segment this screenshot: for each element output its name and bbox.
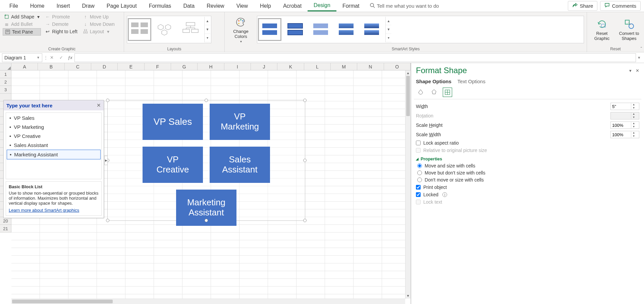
tell-me-search[interactable]: Tell me what you want to do — [370, 3, 439, 9]
change-colors-button[interactable]: Change Colors ▾ — [227, 15, 254, 45]
scroll-up-icon[interactable]: ▲ — [386, 17, 391, 25]
text-pane-item[interactable]: •VP Sales — [7, 113, 101, 122]
tab-file[interactable]: File — [3, 1, 24, 11]
resize-handle[interactable] — [303, 99, 307, 102]
row-header[interactable]: 21 — [0, 225, 11, 233]
properties-section[interactable]: Properties — [416, 156, 639, 161]
row-header[interactable]: 3 — [0, 86, 11, 94]
layouts-gallery[interactable]: ▲▼▾ — [127, 16, 211, 43]
spin-down-icon[interactable]: ▼ — [631, 106, 636, 110]
convert-to-shapes-button[interactable]: Convert to Shapes — [617, 17, 641, 42]
tab-data[interactable]: Data — [177, 1, 201, 11]
name-box[interactable]: Diagram 1▼ — [2, 53, 42, 62]
select-all-corner[interactable] — [0, 63, 11, 70]
gallery-scroll[interactable]: ▲▼▾ — [204, 17, 210, 42]
text-pane-item[interactable]: •VP Creative — [7, 132, 101, 141]
width-spinner[interactable]: ▲▼ — [610, 103, 639, 110]
col-L[interactable]: L — [304, 63, 331, 70]
resize-handle[interactable] — [303, 159, 307, 162]
row-header[interactable]: 2 — [0, 78, 11, 86]
col-K[interactable]: K — [277, 63, 304, 70]
resize-handle[interactable] — [205, 219, 208, 222]
col-O[interactable]: O — [384, 63, 411, 70]
cancel-formula-button[interactable]: ✕ — [47, 55, 56, 60]
col-E[interactable]: E — [118, 63, 144, 70]
col-F[interactable]: F — [145, 63, 171, 70]
layout-thumb-1[interactable] — [128, 18, 151, 41]
scroll-up-icon[interactable]: ▲ — [205, 17, 210, 25]
enter-formula-button[interactable]: ✓ — [56, 55, 66, 60]
spin-down-icon[interactable]: ▼ — [631, 125, 636, 129]
tab-view[interactable]: View — [230, 1, 254, 11]
tab-format[interactable]: Format — [336, 1, 366, 11]
tab-review[interactable]: Review — [201, 1, 230, 11]
collapse-ribbon-button[interactable]: ˆ — [641, 46, 642, 51]
dont-move-radio[interactable]: Don't move or size with cells — [417, 177, 639, 183]
move-and-size-radio[interactable]: Move and size with cells — [417, 163, 639, 168]
reset-graphic-button[interactable]: Reset Graphic — [590, 17, 614, 42]
width-input[interactable] — [611, 104, 631, 109]
tab-design[interactable]: Design — [308, 0, 336, 11]
gallery-scroll-2[interactable]: ▲▼▾ — [385, 17, 391, 42]
resize-handle[interactable] — [106, 219, 109, 222]
col-N[interactable]: N — [357, 63, 384, 70]
move-not-size-radio[interactable]: Move but don't size with cells — [417, 170, 639, 175]
pane-options-icon[interactable]: ▾ — [629, 68, 632, 73]
text-options-tab[interactable]: Text Options — [458, 79, 485, 84]
resize-handle[interactable] — [303, 219, 307, 222]
row-header[interactable]: 20 — [0, 217, 11, 225]
styles-gallery[interactable]: ▲▼▾ — [257, 16, 584, 43]
scroll-down-icon[interactable]: ▼ — [386, 25, 391, 34]
scroll-up-icon[interactable]: ▲ — [406, 70, 411, 76]
close-icon[interactable]: ✕ — [97, 102, 101, 108]
resize-handle[interactable] — [106, 99, 109, 102]
tab-draw[interactable]: Draw — [76, 1, 100, 11]
col-D[interactable]: D — [91, 63, 118, 70]
text-pane-item[interactable]: •Marketing Assistant — [7, 150, 101, 159]
locked-checkbox[interactable]: Lockedi — [416, 192, 639, 197]
share-button[interactable]: Share — [568, 1, 597, 11]
col-J[interactable]: J — [251, 63, 277, 70]
tab-formulas[interactable]: Formulas — [143, 1, 177, 11]
horizontal-scrollbar[interactable] — [11, 299, 405, 304]
dropdown-icon[interactable]: ▾ — [205, 34, 210, 42]
col-H[interactable]: H — [198, 63, 224, 70]
diagram-block[interactable]: VP Marketing — [210, 104, 270, 140]
fill-line-icon[interactable] — [416, 88, 425, 97]
style-thumb-3[interactable] — [309, 18, 332, 41]
tab-help[interactable]: Help — [254, 1, 277, 11]
spin-down-icon[interactable]: ▼ — [631, 135, 636, 138]
diagram-block[interactable]: Sales Assistant — [210, 147, 270, 183]
promote-button[interactable]: ←Promote — [44, 13, 79, 20]
diagram-block[interactable]: VP Creative — [143, 147, 203, 183]
comments-button[interactable]: Comments — [600, 1, 641, 11]
resize-handle[interactable] — [205, 99, 208, 102]
formula-input[interactable] — [74, 53, 636, 62]
style-thumb-1[interactable] — [258, 18, 281, 41]
diagram-block[interactable]: VP Sales — [143, 104, 203, 140]
vertical-scrollbar[interactable]: ▲▼ — [405, 70, 411, 299]
dropdown-icon[interactable]: ▾ — [386, 34, 391, 42]
effects-icon[interactable] — [429, 88, 439, 97]
spin-up-icon[interactable]: ▲ — [631, 131, 636, 135]
layout-thumb-2[interactable] — [153, 18, 177, 41]
close-icon[interactable]: ✕ — [636, 68, 639, 73]
style-thumb-2[interactable] — [283, 18, 307, 41]
tab-page-layout[interactable]: Page Layout — [101, 1, 143, 11]
expand-formula-bar[interactable]: ▾ — [638, 55, 644, 60]
smartart-diagram[interactable]: ▶ VP Sales VP Marketing VP Creative Sale… — [107, 100, 305, 221]
info-icon[interactable]: i — [442, 192, 447, 197]
learn-more-link[interactable]: Learn more about SmartArt graphics — [9, 208, 79, 213]
tab-acrobat[interactable]: Acrobat — [277, 1, 308, 11]
text-pane-button[interactable]: Text Pane — [3, 28, 41, 36]
tab-insert[interactable]: Insert — [50, 1, 76, 11]
text-pane-item[interactable]: •Sales Assistant — [7, 141, 101, 150]
scroll-thumb[interactable] — [12, 300, 113, 303]
text-pane-item[interactable]: •VP Marketing — [7, 122, 101, 132]
col-C[interactable]: C — [65, 63, 91, 70]
shape-options-tab[interactable]: Shape Options — [416, 79, 451, 84]
add-shape-button[interactable]: +Add Shape▾ — [3, 13, 41, 20]
col-I[interactable]: I — [224, 63, 251, 70]
spin-up-icon[interactable]: ▲ — [631, 103, 636, 106]
demote-button[interactable]: →Demote — [44, 21, 79, 28]
